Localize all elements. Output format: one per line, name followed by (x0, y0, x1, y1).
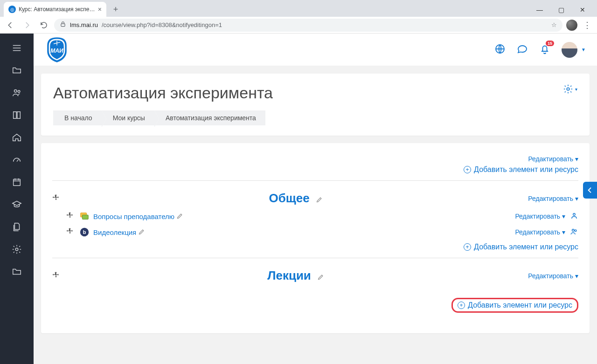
mai-logo: МАИ (45, 36, 69, 63)
reload-button[interactable] (37, 19, 50, 32)
section-general: Общее Редактировать ▾ Вопросы преподават… (52, 181, 578, 258)
close-window-button[interactable]: ✕ (572, 3, 593, 17)
svg-point-16 (575, 229, 576, 231)
section-lectures: Лекции Редактировать ▾ + Добавить элемен… (52, 258, 578, 319)
browser-tab[interactable]: ◎ Курс: Автоматизация экспериме × (4, 2, 106, 17)
svg-point-12 (573, 213, 576, 215)
people-icon[interactable] (7, 87, 26, 99)
caret-down-icon: ▼ (581, 47, 586, 52)
svg-text:b: b (83, 229, 86, 235)
forum-icon (79, 211, 90, 221)
browser-titlebar: ◎ Курс: Автоматизация экспериме × + — ▢ … (0, 0, 597, 17)
add-resource-link[interactable]: Добавить элемент или ресурс (474, 165, 578, 174)
url-field[interactable]: lms.mai.ru/course/view.php?id=8308&notif… (54, 19, 562, 32)
edit-section-link[interactable]: Редактировать ▾ (528, 195, 578, 202)
course-title: Автоматизация эксперимента (53, 84, 273, 102)
caret-down-icon: ▾ (575, 87, 577, 92)
messages-icon[interactable] (517, 43, 528, 56)
breadcrumb-mycourses[interactable]: Мои курсы (102, 110, 154, 125)
gauge-icon[interactable] (7, 154, 26, 166)
add-resource-highlighted[interactable]: + Добавить элемент или ресурс (451, 298, 578, 313)
tab-title: Курс: Автоматизация экспериме (19, 6, 95, 13)
plus-circle-icon: + (464, 243, 471, 251)
breadcrumb: В начало Мои курсы Автоматизация экспери… (53, 110, 577, 125)
svg-rect-11 (82, 215, 88, 219)
groups-icon[interactable] (570, 227, 578, 237)
activity-row: Вопросы преподавателю Редактировать ▾ (52, 208, 578, 224)
minimize-button[interactable]: — (529, 3, 550, 17)
browser-menu-button[interactable]: ⋮ (581, 20, 593, 30)
tab-close-icon[interactable]: × (98, 6, 102, 13)
svg-rect-0 (61, 24, 65, 27)
section-title[interactable]: Лекции (267, 268, 311, 282)
plus-circle-icon: + (464, 166, 471, 173)
hamburger-icon[interactable] (7, 42, 26, 54)
edit-activity-icon[interactable] (138, 228, 145, 236)
new-tab-button[interactable]: + (109, 3, 122, 16)
edit-activity-link[interactable]: Редактировать ▾ (515, 228, 565, 236)
breadcrumb-home[interactable]: В начало (53, 110, 102, 125)
move-handle-icon[interactable] (66, 212, 74, 221)
move-handle-icon[interactable] (52, 271, 60, 281)
url-path: /course/view.php?id=8308&notifyeditingon… (102, 21, 222, 28)
maximize-button[interactable]: ▢ (550, 3, 572, 17)
graduation-icon[interactable] (7, 199, 26, 211)
language-icon[interactable] (494, 43, 506, 56)
svg-point-15 (572, 229, 575, 231)
move-handle-icon[interactable] (66, 227, 74, 237)
svg-text:МАИ: МАИ (50, 48, 63, 54)
svg-point-9 (567, 88, 569, 90)
app-topbar: МАИ 15 ▼ (34, 34, 597, 66)
add-resource-link[interactable]: Добавить элемент или ресурс (474, 243, 578, 251)
edit-title-icon[interactable] (317, 273, 324, 281)
folder-icon[interactable] (7, 64, 26, 76)
activity-name[interactable]: Видеолекция (93, 228, 136, 236)
plus-circle-icon: + (458, 302, 465, 309)
home-icon[interactable] (7, 131, 26, 144)
calendar-icon[interactable] (7, 176, 26, 188)
section-title[interactable]: Общее (269, 191, 309, 205)
breadcrumb-current[interactable]: Автоматизация эксперимента (154, 110, 265, 125)
groups-icon[interactable] (570, 212, 578, 221)
browser-profile-avatar[interactable] (566, 20, 577, 31)
folder2-icon[interactable] (7, 266, 26, 278)
user-menu[interactable]: ▼ (562, 42, 586, 58)
course-body: Редактировать ▾ + Добавить элемент или р… (41, 143, 590, 333)
notifications-icon[interactable]: 15 (539, 43, 550, 56)
add-resource-link: Добавить элемент или ресурс (468, 301, 572, 309)
browser-address-bar: lms.mai.ru/course/view.php?id=8308&notif… (0, 17, 597, 34)
activity-row: b Видеолекция Редактировать ▾ (52, 224, 578, 240)
back-button[interactable] (4, 19, 17, 32)
notification-badge: 15 (546, 41, 554, 46)
bbb-icon: b (79, 227, 90, 237)
files-icon[interactable] (7, 221, 26, 233)
window-controls: — ▢ ✕ (529, 3, 593, 17)
settings-icon[interactable] (7, 243, 26, 255)
move-handle-icon[interactable] (52, 194, 60, 203)
url-host: lms.mai.ru (70, 21, 98, 28)
edit-title-icon[interactable] (316, 196, 323, 204)
app-sidebar (0, 34, 34, 364)
edit-section-link[interactable]: Редактировать ▾ (528, 272, 578, 280)
course-settings-menu[interactable]: ▾ (563, 84, 577, 94)
activity-name[interactable]: Вопросы преподавателю (93, 213, 174, 220)
edit-activity-link[interactable]: Редактировать ▾ (515, 213, 565, 220)
bookmark-star-icon[interactable]: ☆ (551, 21, 557, 28)
svg-point-1 (14, 90, 17, 93)
book-icon[interactable] (7, 109, 26, 121)
edit-activity-icon[interactable] (176, 212, 183, 220)
lock-icon (60, 21, 66, 29)
svg-point-2 (18, 90, 20, 93)
svg-rect-3 (14, 179, 21, 186)
forward-button[interactable] (21, 19, 34, 32)
user-avatar (562, 42, 577, 58)
tab-favicon-icon: ◎ (8, 6, 16, 13)
course-header-panel: Автоматизация эксперимента ▾ В начало Мо… (41, 74, 590, 136)
drawer-toggle[interactable] (583, 182, 597, 199)
edit-section-link[interactable]: Редактировать ▾ (528, 155, 578, 163)
svg-point-4 (15, 248, 18, 251)
